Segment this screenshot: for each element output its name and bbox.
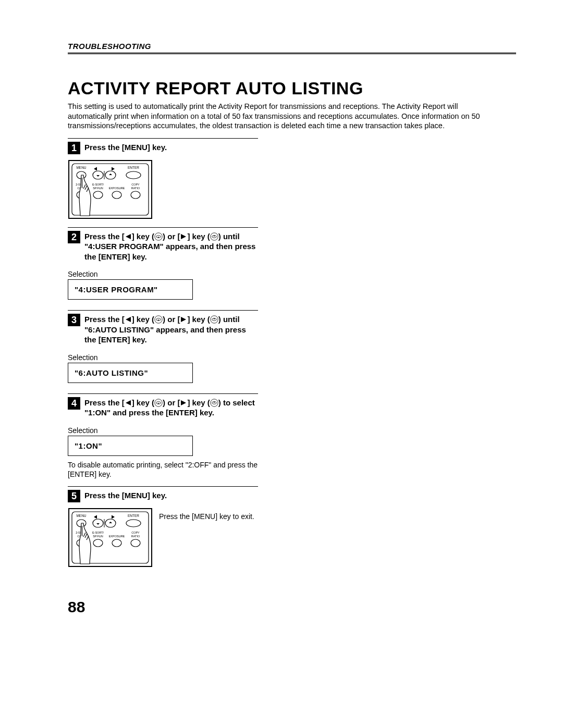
step4-title: Press the [] key () or [] key () to sele… [84, 397, 258, 418]
arrow-right-icon [180, 400, 187, 406]
header-rule [68, 53, 516, 55]
step2-text-b: ] key ( [132, 232, 154, 241]
button-down-icon [154, 399, 163, 407]
button-down-icon [154, 315, 163, 324]
section-header: TROUBLESHOOTING [68, 42, 516, 51]
step1-head: 1 Press the [MENU] key. [68, 142, 258, 154]
step2-text-d: ] key ( [187, 232, 210, 241]
step3-text-d: ] key ( [187, 315, 210, 324]
step2-display: "4:USER PROGRAM" [68, 279, 193, 300]
step2-text-c: ) or [ [163, 232, 180, 241]
step4-text-c: ) or [ [163, 398, 180, 407]
step4-display: "1:ON" [68, 436, 193, 456]
step4-selection-label: Selection [68, 426, 258, 435]
page-title: ACTIVITY REPORT AUTO LISTING [68, 78, 516, 98]
step1-title: Press the [MENU] key. [84, 142, 167, 153]
step3-selection-label: Selection [68, 353, 258, 362]
step4-text-d: ] key ( [187, 398, 210, 407]
step3-text-b: ] key ( [132, 315, 154, 324]
step4-note: To disable automatic printing, select "2… [68, 460, 258, 479]
step1-rule [68, 138, 258, 139]
page-number: 88 [68, 598, 85, 616]
step2-text-a: Press the [ [84, 232, 125, 241]
step3-display: "6:AUTO LISTING" [68, 363, 193, 383]
step3-title: Press the [] key () or [] key () until "… [84, 314, 258, 345]
step4-text-a: Press the [ [84, 398, 125, 407]
step3-text-c: ) or [ [163, 315, 180, 324]
step3-text-a: Press the [ [84, 315, 125, 324]
step4-number: 4 [68, 397, 80, 410]
step5-side-text: Press the [MENU] key to exit. [159, 508, 254, 567]
arrow-left-icon [125, 233, 132, 240]
step3-head: 3 Press the [] key () or [] key () until… [68, 314, 258, 345]
step1-number: 1 [68, 142, 80, 154]
button-down-icon [154, 232, 163, 241]
button-up-icon [210, 232, 218, 241]
control-panel-diagram [68, 508, 153, 567]
step2-head: 2 Press the [] key () or [] key () until… [68, 231, 258, 262]
step2-title: Press the [] key () or [] key () until "… [84, 231, 258, 262]
button-up-icon [210, 399, 218, 407]
step4-rule [68, 393, 258, 394]
step4-text-b: ] key ( [132, 398, 154, 407]
arrow-right-icon [180, 316, 187, 323]
step2-number: 2 [68, 231, 80, 243]
step5-title: Press the [MENU] key. [84, 490, 167, 501]
step3-rule [68, 310, 258, 311]
step4-head: 4 Press the [] key () or [] key () to se… [68, 397, 258, 418]
arrow-left-icon [125, 400, 132, 406]
step5-head: 5 Press the [MENU] key. [68, 490, 258, 502]
control-panel-diagram [68, 159, 153, 219]
arrow-right-icon [180, 233, 187, 240]
arrow-left-icon [125, 316, 132, 323]
step5-rule [68, 486, 258, 487]
step3-number: 3 [68, 314, 80, 326]
step2-rule [68, 227, 258, 228]
step2-selection-label: Selection [68, 270, 258, 278]
button-up-icon [210, 315, 218, 324]
step5-number: 5 [68, 490, 80, 502]
intro-paragraph: This setting is used to automatically pr… [68, 102, 500, 131]
